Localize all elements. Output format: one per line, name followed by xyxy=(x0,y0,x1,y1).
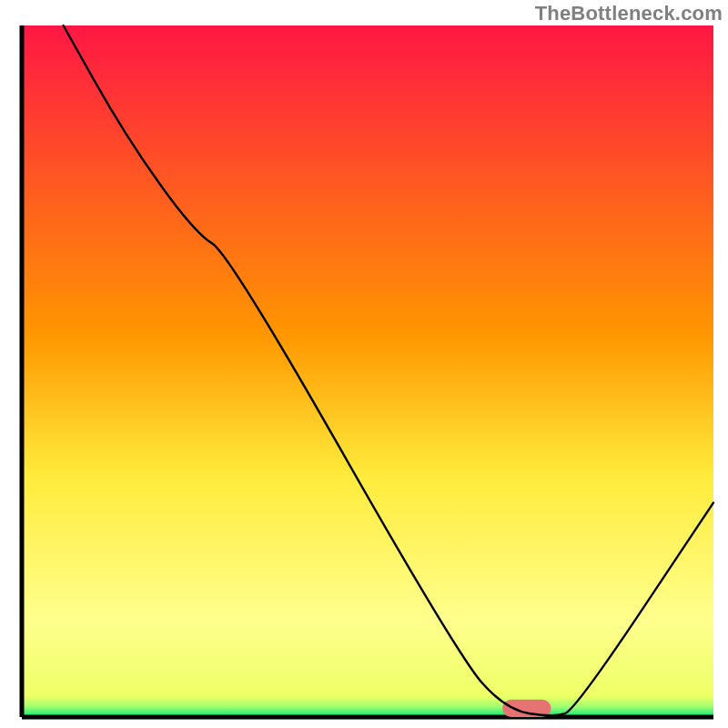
chart-svg xyxy=(0,0,728,728)
plot-background xyxy=(22,25,713,717)
chart-frame: TheBottleneck.com xyxy=(0,0,728,728)
